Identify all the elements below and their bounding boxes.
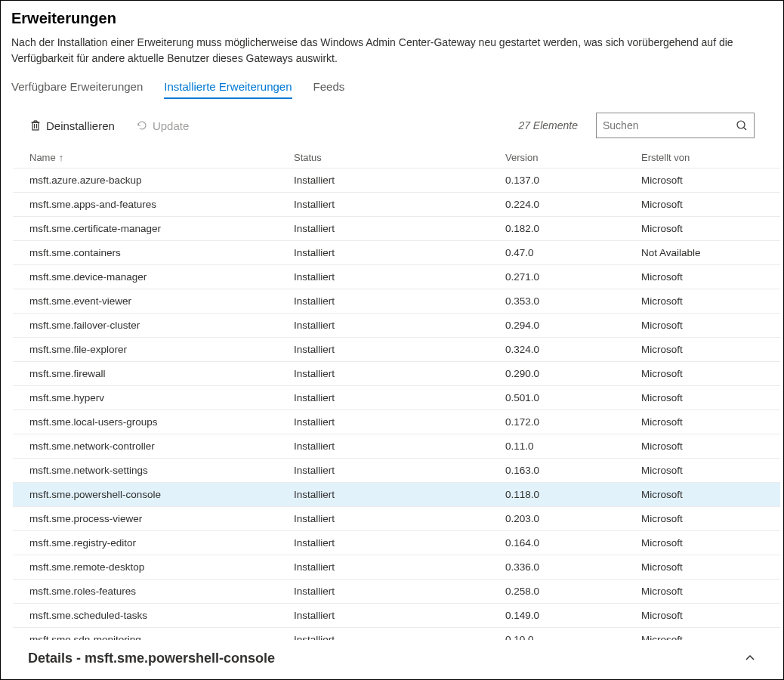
table-row[interactable]: msft.sme.sdn-monitoringInstalliert0.10.0…	[13, 628, 780, 640]
table-row[interactable]: msft.sme.failover-clusterInstalliert0.29…	[13, 314, 780, 338]
cell-name: msft.sme.process-viewer	[29, 513, 294, 524]
cell-created-by: Microsoft	[641, 513, 764, 524]
cell-status: Installiert	[294, 561, 505, 573]
table-header: Name↑ Status Version Erstellt von	[13, 147, 780, 168]
cell-created-by: Microsoft	[641, 489, 764, 500]
toolbar: Deinstallieren Update 27 Elemente	[1, 113, 783, 146]
table-row[interactable]: msft.sme.roles-featuresInstalliert0.258.…	[13, 580, 780, 604]
cell-version: 0.353.0	[505, 295, 641, 307]
table-row[interactable]: msft.sme.powershell-consoleInstalliert0.…	[13, 483, 780, 507]
details-panel-header[interactable]: Details - msft.sme.powershell-console	[13, 641, 771, 675]
cell-created-by: Not Available	[641, 247, 764, 258]
table-row[interactable]: msft.sme.network-controllerInstalliert0.…	[13, 434, 780, 459]
cell-version: 0.290.0	[505, 368, 641, 379]
cell-created-by: Microsoft	[641, 344, 764, 355]
table-row[interactable]: msft.sme.remote-desktopInstalliert0.336.…	[13, 555, 780, 580]
uninstall-button[interactable]: Deinstallieren	[29, 119, 115, 132]
cell-status: Installiert	[294, 416, 505, 428]
uninstall-label: Deinstallieren	[46, 119, 115, 132]
cell-name: msft.sme.scheduled-tasks	[29, 610, 294, 621]
cell-created-by: Microsoft	[641, 537, 764, 549]
cell-version: 0.47.0	[505, 247, 641, 258]
table-row[interactable]: msft.sme.hypervInstalliert0.501.0Microso…	[13, 386, 780, 410]
table-row[interactable]: msft.azure.azure-backupInstalliert0.137.…	[13, 168, 780, 193]
cell-created-by: Microsoft	[641, 634, 764, 640]
cell-name: msft.sme.remote-desktop	[29, 561, 294, 573]
search-input[interactable]	[603, 119, 736, 131]
table-row[interactable]: msft.sme.scheduled-tasksInstalliert0.149…	[13, 604, 780, 628]
cell-status: Installiert	[294, 465, 505, 476]
table-row[interactable]: msft.sme.file-explorerInstalliert0.324.0…	[13, 338, 780, 362]
cell-name: msft.sme.failover-cluster	[29, 320, 294, 331]
cell-status: Installiert	[294, 537, 505, 549]
table-row[interactable]: msft.sme.firewallInstalliert0.290.0Micro…	[13, 362, 780, 386]
table-row[interactable]: msft.sme.local-users-groupsInstalliert0.…	[13, 410, 780, 434]
cell-name: msft.sme.event-viewer	[29, 295, 294, 307]
search-box[interactable]	[596, 113, 755, 138]
svg-rect-0	[32, 122, 39, 130]
table-row[interactable]: msft.sme.containersInstalliert0.47.0Not …	[13, 241, 780, 265]
col-header-created-by[interactable]: Erstellt von	[641, 152, 764, 163]
cell-version: 0.149.0	[505, 610, 641, 621]
cell-version: 0.11.0	[505, 440, 641, 452]
cell-status: Installiert	[294, 368, 505, 379]
cell-status: Installiert	[294, 223, 505, 234]
cell-status: Installiert	[294, 392, 505, 403]
cell-name: msft.azure.azure-backup	[29, 175, 294, 186]
cell-version: 0.324.0	[505, 344, 641, 355]
cell-version: 0.10.0	[505, 634, 641, 640]
extension-table[interactable]: Name↑ Status Version Erstellt von msft.a…	[13, 147, 780, 640]
cell-version: 0.172.0	[505, 416, 641, 428]
cell-status: Installiert	[294, 440, 505, 452]
sort-asc-icon: ↑	[59, 152, 64, 163]
tab-bar: Verfügbare Erweiterungen Installierte Er…	[1, 80, 783, 99]
cell-name: msft.sme.network-controller	[29, 440, 294, 452]
table-row[interactable]: msft.sme.registry-editorInstalliert0.164…	[13, 531, 780, 555]
cell-status: Installiert	[294, 489, 505, 500]
cell-version: 0.294.0	[505, 320, 641, 331]
cell-name: msft.sme.device-manager	[29, 271, 294, 283]
cell-name: msft.sme.network-settings	[29, 465, 294, 476]
cell-created-by: Microsoft	[641, 368, 764, 379]
cell-created-by: Microsoft	[641, 175, 764, 186]
tab-available[interactable]: Verfügbare Erweiterungen	[11, 80, 143, 99]
cell-version: 0.501.0	[505, 392, 641, 403]
col-header-status[interactable]: Status	[294, 152, 505, 163]
cell-status: Installiert	[294, 295, 505, 307]
svg-line-8	[744, 128, 746, 130]
cell-created-by: Microsoft	[641, 416, 764, 428]
chevron-up-icon[interactable]	[744, 652, 756, 664]
col-header-version[interactable]: Version	[505, 152, 641, 163]
refresh-icon	[136, 119, 148, 131]
tab-installed[interactable]: Installierte Erweiterungen	[164, 80, 292, 99]
tab-feeds[interactable]: Feeds	[313, 80, 345, 99]
cell-name: msft.sme.hyperv	[29, 392, 294, 403]
cell-version: 0.258.0	[505, 586, 641, 597]
details-prefix: Details -	[28, 651, 85, 666]
table-row[interactable]: msft.sme.event-viewerInstalliert0.353.0M…	[13, 289, 780, 314]
table-row[interactable]: msft.sme.device-managerInstalliert0.271.…	[13, 265, 780, 289]
cell-version: 0.203.0	[505, 513, 641, 524]
col-header-name[interactable]: Name↑	[29, 152, 294, 163]
table-row[interactable]: msft.sme.process-viewerInstalliert0.203.…	[13, 507, 780, 531]
cell-name: msft.sme.containers	[29, 247, 294, 258]
cell-created-by: Microsoft	[641, 610, 764, 621]
cell-name: msft.sme.powershell-console	[29, 489, 294, 500]
update-button[interactable]: Update	[136, 119, 189, 132]
cell-status: Installiert	[294, 634, 505, 640]
cell-created-by: Microsoft	[641, 392, 764, 403]
table-row[interactable]: msft.sme.network-settingsInstalliert0.16…	[13, 459, 780, 483]
cell-status: Installiert	[294, 247, 505, 258]
cell-name: msft.sme.roles-features	[29, 586, 294, 597]
cell-status: Installiert	[294, 586, 505, 597]
details-name: msft.sme.powershell-console	[85, 651, 275, 666]
table-row[interactable]: msft.sme.apps-and-featuresInstalliert0.2…	[13, 193, 780, 217]
cell-version: 0.224.0	[505, 199, 641, 210]
cell-status: Installiert	[294, 199, 505, 210]
cell-created-by: Microsoft	[641, 440, 764, 452]
table-row[interactable]: msft.sme.certificate-managerInstalliert0…	[13, 217, 780, 241]
cell-version: 0.271.0	[505, 271, 641, 283]
cell-created-by: Microsoft	[641, 320, 764, 331]
cell-created-by: Microsoft	[641, 465, 764, 476]
cell-name: msft.sme.firewall	[29, 368, 294, 379]
